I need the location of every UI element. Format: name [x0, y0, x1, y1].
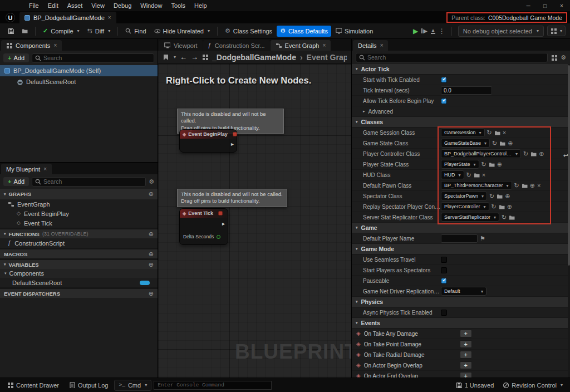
event-graph-canvas[interactable]: Right-Click to Create New Nodes. This no…	[158, 64, 351, 378]
tab-components[interactable]: Components ×	[1, 40, 62, 51]
add-graph-icon[interactable]: ⊕	[149, 190, 154, 198]
menu-asset[interactable]: Asset	[63, 0, 87, 11]
eject-button[interactable]: ▲	[431, 28, 435, 34]
menu-tools[interactable]: Tools	[166, 0, 190, 11]
class-dropdown[interactable]: PlayerController▾	[441, 202, 489, 211]
section-physics[interactable]: ▾ Physics	[352, 297, 570, 307]
create-new-icon[interactable]: ⊕	[505, 193, 510, 199]
unreal-logo-icon[interactable]: U	[6, 13, 15, 22]
chevron-down-icon[interactable]: ▾	[208, 28, 210, 33]
display-filter-icon[interactable]	[551, 55, 557, 61]
use-selected-asset-icon[interactable]: ↻	[492, 204, 497, 210]
tab-my-blueprint[interactable]: My Blueprint ×	[1, 164, 52, 174]
browse-to-asset-button[interactable]	[18, 26, 31, 36]
create-new-icon[interactable]: ⊕	[530, 183, 535, 189]
tab-event-graph[interactable]: Event Graph ×	[271, 40, 331, 51]
create-new-icon[interactable]: ⊕	[507, 204, 512, 210]
checkbox[interactable]	[441, 278, 447, 284]
component-row-defaultsceneroot[interactable]: DefaultSceneRoot	[0, 76, 158, 87]
macros-section-header[interactable]: MACROS ⊕	[0, 248, 158, 258]
chevron-down-icon[interactable]: ▾	[174, 55, 176, 60]
breadcrumb-root[interactable]: _DodgeballGameMode	[212, 53, 296, 62]
float-output-pin[interactable]	[217, 235, 220, 239]
blueprint-settings-gear-icon[interactable]: ⚙	[149, 179, 154, 185]
add-macro-icon[interactable]: ⊕	[149, 251, 154, 258]
section-actor-tick[interactable]: ▾ Actor Tick	[352, 64, 570, 75]
section-classes[interactable]: ▾ Classes	[352, 117, 570, 128]
my-blueprint-search-input[interactable]	[43, 178, 142, 185]
add-event-button[interactable]: +	[460, 361, 472, 369]
minimize-button[interactable]: ─	[520, 0, 537, 11]
revision-control-button[interactable]: Revision Control ▾	[499, 380, 567, 390]
cmd-dropdown[interactable]: >_ Cmd ▾	[114, 380, 151, 391]
asset-tab-bp-dodgeballgamemode[interactable]: BP_DodgeballGameMode ×	[19, 12, 116, 23]
class-defaults-button[interactable]: ⚙ Class Defaults	[277, 26, 331, 37]
flag-icon[interactable]: ⚑	[480, 236, 485, 242]
graph-item-event-beginplay[interactable]: ◇ Event BeginPlay	[0, 209, 158, 218]
close-button[interactable]: ×	[553, 0, 570, 11]
function-item-constructionscript[interactable]: ƒ ConstructionScript	[0, 238, 158, 248]
add-variable-icon[interactable]: ⊕	[149, 261, 154, 268]
class-dropdown[interactable]: GameSession▾	[441, 128, 485, 137]
find-button[interactable]: Find	[122, 26, 149, 37]
section-events[interactable]: ▾ Events	[352, 318, 570, 329]
event-beginplay-node[interactable]: ◈ Event BeginPlay ▸	[179, 129, 237, 153]
exec-output-pin[interactable]: ▸	[222, 220, 225, 227]
use-selected-asset-icon[interactable]: ↻	[514, 183, 519, 189]
add-event-button[interactable]: +	[460, 351, 472, 359]
checkbox[interactable]	[441, 310, 447, 316]
add-blueprint-member-button[interactable]: + Add	[3, 177, 29, 186]
add-component-button[interactable]: + Add	[3, 53, 29, 62]
class-dropdown[interactable]: PlayerState▾	[441, 160, 479, 169]
details-search-input[interactable]	[367, 54, 544, 61]
back-arrow-icon[interactable]: ←	[180, 53, 187, 61]
browse-to-asset-icon[interactable]	[530, 151, 537, 157]
create-new-icon[interactable]: ⊕	[497, 161, 502, 168]
menu-window[interactable]: Window	[136, 0, 166, 11]
graph-item-event-tick[interactable]: ◇ Event Tick	[0, 218, 158, 228]
variable-item-defaultsceneroot[interactable]: DefaultSceneRoot	[0, 278, 158, 287]
clear-icon[interactable]: ×	[537, 183, 540, 189]
menu-debug[interactable]: Debug	[109, 0, 136, 11]
menu-file[interactable]: File	[24, 0, 43, 11]
bookmark-icon[interactable]	[163, 54, 169, 60]
add-event-button[interactable]: +	[460, 340, 472, 348]
compile-button[interactable]: ✓ Compile ▾	[40, 25, 83, 37]
breadcrumb-current[interactable]: Event Graph	[307, 53, 347, 62]
create-new-icon[interactable]: ⊕	[539, 151, 544, 157]
use-selected-asset-icon[interactable]: ↻	[523, 151, 528, 157]
default-player-name-field[interactable]	[441, 234, 478, 243]
net-driver-dropdown[interactable]: Default▾	[441, 287, 487, 296]
output-log-button[interactable]: Output Log	[65, 380, 112, 390]
play-button[interactable]: ▶	[413, 27, 418, 35]
diff-button[interactable]: ⇆ Diff ▾	[84, 26, 114, 37]
menu-edit[interactable]: Edit	[43, 0, 63, 11]
add-event-button[interactable]: +	[460, 330, 472, 337]
section-game[interactable]: ▾ Game	[352, 223, 570, 233]
event-tick-node[interactable]: ◈ Event Tick ▸ Delta Seconds	[179, 208, 228, 245]
details-scrollbar[interactable]	[568, 64, 570, 378]
checkbox[interactable]	[441, 77, 447, 83]
use-selected-asset-icon[interactable]: ↻	[492, 140, 497, 146]
browse-to-asset-icon[interactable]	[497, 193, 503, 199]
close-icon[interactable]: ×	[53, 42, 57, 48]
browse-to-asset-icon[interactable]	[499, 140, 505, 146]
chevron-down-icon[interactable]: ▾	[108, 28, 110, 33]
class-dropdown[interactable]: BP_DodgeballPlayerController▾	[441, 149, 521, 158]
use-selected-asset-icon[interactable]: ↻	[502, 214, 507, 220]
tab-construction-script[interactable]: ƒ Construction Scr...	[203, 40, 270, 51]
add-function-icon[interactable]: ⊕	[149, 231, 154, 238]
play-options-icon[interactable]: ⋮	[439, 27, 445, 35]
debug-filter-dropdown[interactable]: ▾	[547, 26, 566, 36]
tick-interval-field[interactable]: 0.0	[441, 86, 492, 95]
maximize-button[interactable]: □	[537, 0, 553, 11]
forward-arrow-icon[interactable]: →	[191, 53, 198, 61]
browse-to-asset-icon[interactable]	[489, 161, 495, 168]
exec-output-pin[interactable]: ▸	[231, 141, 234, 147]
menu-view[interactable]: View	[87, 0, 109, 11]
variables-group-components[interactable]: ▾ Components	[0, 269, 158, 278]
class-dropdown[interactable]: SpectatorPawn▾	[441, 192, 487, 200]
simulation-button[interactable]: Simulation	[332, 26, 376, 37]
details-settings-gear-icon[interactable]: ⚙	[561, 55, 566, 61]
checkbox[interactable]	[441, 98, 447, 104]
